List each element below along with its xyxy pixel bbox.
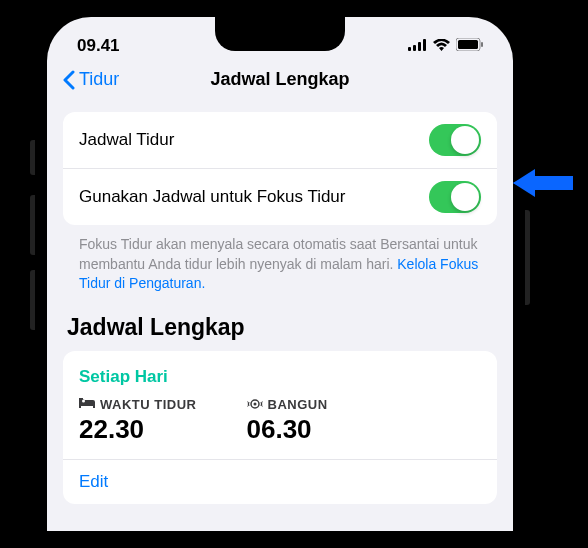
bed-icon [79, 397, 95, 412]
edit-button[interactable]: Edit [63, 459, 497, 492]
wifi-icon [433, 36, 450, 56]
nav-title: Jadwal Lengkap [210, 69, 349, 90]
svg-rect-9 [535, 176, 573, 190]
use-schedule-focus-row: Gunakan Jadwal untuk Fokus Tidur [63, 168, 497, 225]
alarm-icon [247, 397, 263, 412]
use-schedule-focus-toggle[interactable] [429, 181, 481, 213]
svg-point-8 [253, 402, 256, 405]
bedtime-value: 22.30 [79, 414, 197, 445]
back-label: Tidur [79, 69, 119, 90]
svg-rect-1 [413, 45, 416, 51]
footer-description: Fokus Tidur akan menyala secara otomatis… [63, 225, 497, 294]
callout-arrow-icon [513, 165, 573, 205]
cellular-icon [408, 36, 427, 56]
nav-bar: Tidur Jadwal Lengkap [47, 61, 513, 102]
bedtime-block: WAKTU TIDUR 22.30 [79, 397, 197, 445]
phone-screen: 09.41 Tidur Jadwal Lengkap [47, 17, 513, 531]
use-schedule-focus-label: Gunakan Jadwal untuk Fokus Tidur [79, 187, 429, 207]
battery-icon [456, 36, 483, 56]
schedule-frequency: Setiap Hari [79, 367, 481, 387]
phone-frame: 09.41 Tidur Jadwal Lengkap [35, 5, 525, 543]
sleep-schedule-row: Jadwal Tidur [63, 112, 497, 168]
svg-rect-2 [418, 42, 421, 51]
svg-rect-6 [481, 42, 483, 47]
bedtime-label: WAKTU TIDUR [100, 397, 197, 412]
settings-card: Jadwal Tidur Gunakan Jadwal untuk Fokus … [63, 112, 497, 225]
notch [215, 17, 345, 51]
sleep-schedule-label: Jadwal Tidur [79, 130, 429, 150]
wake-block: BANGUN 06.30 [247, 397, 328, 445]
sleep-schedule-toggle[interactable] [429, 124, 481, 156]
status-time: 09.41 [77, 36, 120, 56]
wake-value: 06.30 [247, 414, 328, 445]
svg-rect-5 [458, 40, 478, 49]
back-button[interactable]: Tidur [63, 69, 119, 90]
section-header: Jadwal Lengkap [63, 294, 497, 351]
wake-label: BANGUN [268, 397, 328, 412]
chevron-left-icon [63, 70, 75, 90]
svg-rect-0 [408, 47, 411, 51]
svg-rect-3 [423, 39, 426, 51]
schedule-card: Setiap Hari WAKTU TIDUR 22.30 [63, 351, 497, 504]
